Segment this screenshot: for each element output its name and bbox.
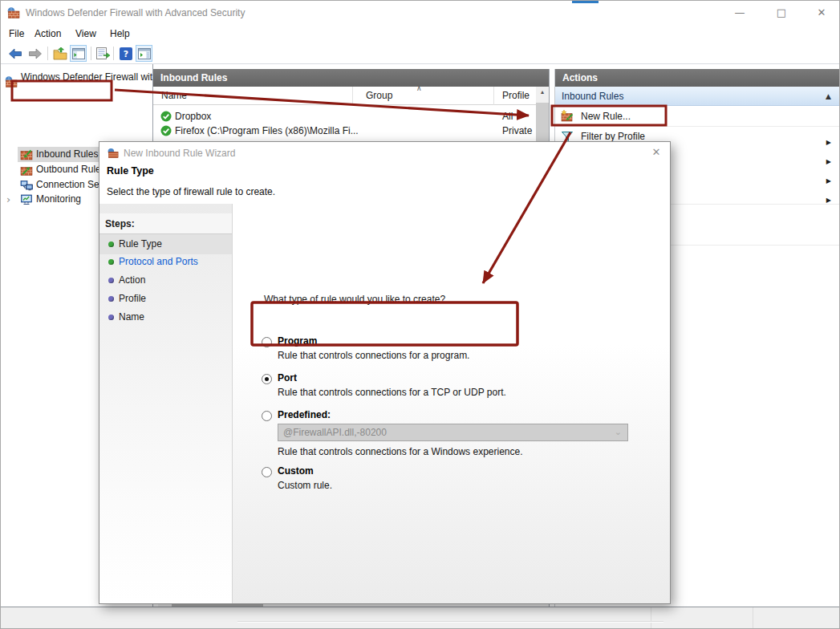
new-inbound-rule-wizard-dialog: New Inbound Rule Wizard ✕ Rule Type Sele… [99, 141, 671, 604]
wizard-page-subheading: Select the type of firewall rule to crea… [107, 186, 275, 197]
step-bullet-icon [108, 278, 114, 283]
port-option-desc: Rule that controls connections for a TCP… [278, 387, 506, 398]
scroll-up-icon[interactable]: ▴ [536, 88, 549, 95]
wizard-steps-pane: Steps: Rule Type Protocol and Ports Acti… [99, 204, 233, 603]
list-panel-header: Inbound Rules [153, 69, 549, 87]
rule-enabled-icon [160, 125, 172, 136]
program-option-desc: Rule that controls connections for a pro… [278, 350, 469, 361]
custom-radio[interactable] [262, 467, 272, 477]
program-option-label[interactable]: Program [278, 335, 317, 347]
title-bar: Windows Defender Firewall with Advanced … [1, 1, 839, 25]
custom-option-label[interactable]: Custom [278, 465, 314, 477]
connection-security-rules-icon [20, 179, 33, 192]
minimize-button[interactable]: — [721, 1, 758, 25]
menu-view[interactable]: View [75, 27, 96, 41]
wizard-content-pane: What type of rule would you like to crea… [233, 204, 670, 603]
predefined-rule-combobox: @FirewallAPI.dll,-80200 ⌄ [278, 424, 628, 441]
firewall-root-icon [5, 75, 18, 88]
wizard-body: Steps: Rule Type Protocol and Ports Acti… [99, 204, 670, 603]
step-label: Profile [119, 290, 146, 308]
menu-file[interactable]: File [9, 27, 24, 41]
combobox-value: @FirewallAPI.dll,-80200 [283, 427, 387, 438]
step-rule-type: Rule Type [99, 235, 232, 254]
custom-option-desc: Custom rule. [278, 480, 332, 491]
button-area-divider [237, 621, 663, 623]
step-label: Protocol and Ports [119, 253, 198, 271]
step-action: Action [99, 271, 232, 290]
dialog-title-bar[interactable]: New Inbound Rule Wizard ✕ [99, 142, 670, 164]
port-option-label[interactable]: Port [278, 372, 297, 383]
list-column-header-row: Name Group ∧ Profile [153, 87, 536, 105]
wizard-question: What type of rule would you like to crea… [264, 294, 445, 305]
tree-item-label: Inbound Rules [36, 147, 98, 162]
program-radio[interactable] [262, 337, 272, 347]
close-button[interactable]: ✕ [803, 1, 840, 25]
wizard-page-heading: Rule Type [107, 165, 154, 177]
sort-ascending-icon: ∧ [416, 84, 422, 92]
rule-profile: Private [502, 124, 532, 138]
column-name[interactable]: Name [161, 90, 187, 101]
rule-enabled-icon [160, 111, 172, 122]
svg-text:?: ? [123, 49, 128, 59]
column-profile[interactable]: Profile [502, 90, 530, 101]
menu-help[interactable]: Help [110, 27, 130, 41]
step-bullet-icon [108, 241, 114, 247]
forward-icon[interactable] [26, 45, 43, 62]
back-icon[interactable] [6, 45, 23, 62]
step-profile: Profile [99, 290, 232, 308]
table-row[interactable]: Dropbox All [153, 109, 536, 124]
export-list-icon[interactable] [95, 45, 112, 62]
window-bottom-strip [1, 607, 839, 629]
firewall-dialog-icon [108, 148, 119, 159]
window-title: Windows Defender Firewall with Advanced … [26, 7, 245, 18]
submenu-chevron-icon: ▶ [826, 191, 831, 210]
column-separator[interactable] [493, 87, 494, 105]
column-separator[interactable] [352, 87, 353, 105]
predefined-option-label[interactable]: Predefined: [278, 409, 331, 420]
step-label: Rule Type [119, 235, 162, 254]
dialog-title: New Inbound Rule Wizard [124, 148, 235, 159]
action-label: New Rule... [581, 107, 631, 126]
action-new-rule[interactable]: New Rule... [555, 107, 839, 126]
table-row[interactable]: Firefox (C:\Program Files (x86)\Mozilla … [153, 124, 536, 138]
scrollbar-thumb[interactable] [536, 103, 549, 141]
actions-panel-header: Actions [555, 69, 839, 87]
step-protocol-and-ports[interactable]: Protocol and Ports [99, 253, 232, 271]
actions-subheader-inbound-rules[interactable]: Inbound Rules ▲ [555, 87, 839, 106]
background-window-sliver [572, 1, 599, 3]
collapse-icon[interactable]: ▲ [826, 87, 831, 106]
inbound-rules-icon [20, 148, 33, 161]
rule-name: Dropbox [175, 109, 211, 124]
up-one-level-icon[interactable] [51, 45, 68, 62]
step-name: Name [99, 308, 232, 327]
firewall-app-icon [7, 6, 20, 19]
tree-item-label: Outbound Rules [36, 162, 106, 177]
dialog-close-icon[interactable]: ✕ [647, 146, 665, 162]
step-label: Name [119, 308, 144, 327]
tree-item-label: Monitoring [36, 192, 81, 207]
menu-action[interactable]: Action [34, 27, 61, 41]
maximize-button[interactable]: □ [763, 1, 800, 25]
step-label: Action [119, 271, 145, 290]
expander-chevron-icon[interactable]: › [6, 192, 10, 207]
toolbar: ? [1, 43, 839, 64]
rule-profile: All [502, 109, 513, 124]
port-radio[interactable] [262, 374, 272, 384]
column-group[interactable]: Group [366, 90, 392, 101]
toolbar-separator [47, 47, 48, 60]
help-icon[interactable]: ? [117, 45, 134, 62]
predefined-option-desc: Rule that controls connections for a Win… [278, 446, 523, 457]
show-console-tree-icon[interactable] [70, 45, 87, 62]
menu-bar: File Action View Help [1, 25, 839, 43]
tree-root-item[interactable]: Windows Defender Firewall witl [1, 70, 153, 85]
toolbar-separator [91, 47, 91, 60]
steps-header: Steps: [99, 213, 232, 234]
monitoring-icon [20, 193, 33, 206]
strip-divider [753, 607, 753, 629]
show-action-pane-icon[interactable] [136, 45, 152, 62]
tree-root-label: Windows Defender Firewall witl [21, 70, 153, 85]
step-bullet-icon [108, 314, 114, 320]
actions-subheader-label: Inbound Rules [562, 91, 623, 102]
app-window: Windows Defender Firewall with Advanced … [0, 0, 840, 629]
predefined-radio[interactable] [262, 411, 272, 421]
